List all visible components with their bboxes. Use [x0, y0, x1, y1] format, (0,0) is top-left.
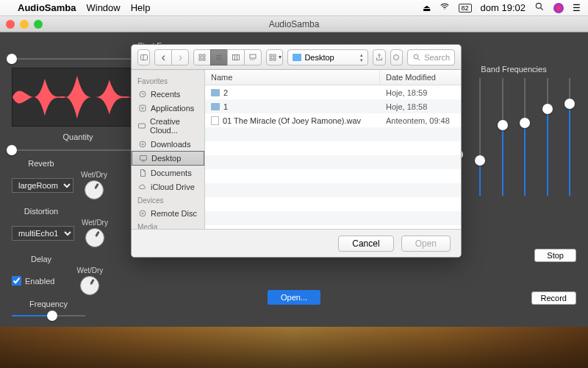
reverb-wetdry-label: Wet/Dry [81, 171, 107, 179]
file-icon [211, 116, 219, 125]
svg-rect-11 [270, 58, 272, 60]
svg-rect-19 [140, 156, 146, 160]
svg-point-20 [140, 210, 146, 216]
share-icon[interactable] [373, 49, 385, 66]
folder-icon [211, 103, 220, 110]
distortion-select[interactable]: multiEcho1 [12, 226, 74, 241]
close-icon[interactable] [6, 20, 15, 29]
svg-point-13 [394, 54, 399, 60]
record-button[interactable]: Record [531, 291, 576, 305]
svg-rect-2 [140, 54, 147, 60]
sidebar-item-label: Applications [151, 104, 194, 113]
search-input[interactable]: Search [407, 49, 455, 66]
file-row[interactable]: 2Hoje, 18:59 [205, 85, 461, 99]
file-row[interactable]: 1Hoje, 18:58 [205, 99, 461, 113]
siri-icon[interactable] [553, 3, 564, 13]
file-modified: Hoje, 18:58 [380, 102, 461, 111]
band-slider-4[interactable] [518, 78, 531, 196]
reverb-label: Reverb [12, 159, 71, 168]
dialog-open-button[interactable]: Open [401, 236, 451, 252]
band-slider-3[interactable] [496, 78, 509, 196]
band-slider-2[interactable] [473, 78, 487, 196]
view-icons[interactable] [193, 49, 211, 66]
sidebar-item-icon [138, 154, 148, 163]
delay-label: Delay [12, 255, 71, 263]
file-name: 1 [223, 102, 228, 111]
distortion-wetdry-knob[interactable] [85, 228, 104, 247]
search-icon[interactable] [534, 1, 545, 14]
reverb-wetdry-knob[interactable] [85, 180, 104, 199]
sidebar-item-icloud-drive[interactable]: iCloud Drive [132, 180, 204, 194]
sidebar-item-recents[interactable]: Recents [132, 87, 204, 101]
sidebar-toggle-icon[interactable] [137, 49, 150, 66]
menu-app[interactable]: AudioSamba [18, 2, 76, 13]
back-button[interactable]: ‹ [154, 49, 172, 66]
empty-row [205, 183, 461, 197]
open-button[interactable]: Open... [268, 290, 320, 305]
quantity-label: Quantity [56, 132, 100, 141]
zoom-icon[interactable] [34, 20, 43, 29]
svg-rect-12 [273, 58, 276, 60]
dialog-toolbar: ‹ › ▾ Desktop▴▾ Search [132, 45, 461, 70]
sidebar-item-remote-disc[interactable]: Remote Disc [132, 206, 204, 220]
svg-rect-8 [250, 54, 256, 58]
sidebar-item-icon [137, 121, 146, 131]
sidebar-item-documents[interactable]: Documents [132, 166, 204, 180]
tags-icon[interactable] [390, 49, 403, 66]
sidebar-item-label: Documents [151, 169, 192, 177]
file-name: 2 [223, 88, 228, 97]
delay-wetdry-knob[interactable] [80, 276, 99, 295]
empty-row [205, 141, 461, 155]
delay-enabled-checkbox[interactable] [12, 276, 21, 286]
svg-point-0 [444, 9, 445, 10]
battery-icon[interactable]: 82 [459, 4, 472, 13]
svg-rect-16 [140, 105, 146, 111]
file-row[interactable]: 01 The Miracle (Of Joey Ramone).wavAnteo… [205, 113, 461, 127]
file-name: 01 The Miracle (Of Joey Ramone).wav [223, 116, 361, 125]
sidebar-item-desktop[interactable]: Desktop [132, 151, 204, 166]
wifi-icon[interactable] [440, 1, 450, 14]
view-columns[interactable] [227, 49, 245, 66]
view-gallery[interactable] [244, 49, 262, 66]
band-slider-6[interactable] [563, 78, 576, 196]
frequency-slider[interactable] [12, 310, 85, 322]
macos-menubar: AudioSamba Window Help ⏏ 82 dom 19:02 ☰ [0, 0, 588, 16]
svg-rect-10 [273, 54, 276, 57]
empty-row [205, 155, 461, 169]
forward-button[interactable]: › [171, 49, 189, 66]
sidebar-item-label: Desktop [151, 154, 181, 163]
group-by-icon[interactable]: ▾ [266, 49, 283, 66]
sidebar-group: Devices [132, 194, 204, 206]
svg-rect-5 [199, 58, 201, 60]
file-list: NameDate Modified 2Hoje, 18:591Hoje, 18:… [205, 70, 461, 229]
sidebar-item-label: Remote Disc [151, 209, 197, 218]
search-placeholder: Search [424, 53, 450, 62]
clock-text[interactable]: dom 19:02 [481, 2, 526, 13]
menu-help[interactable]: Help [131, 2, 151, 13]
sidebar-item-applications[interactable]: Applications [132, 101, 204, 115]
stop-button[interactable]: Stop [534, 249, 576, 262]
window-titlebar[interactable]: AudioSamba [0, 16, 588, 32]
sidebar-item-creative-cloud-[interactable]: Creative Cloud... [132, 115, 204, 137]
sidebar-item-downloads[interactable]: Downloads [132, 137, 204, 151]
col-modified[interactable]: Date Modified [380, 70, 461, 85]
empty-row [205, 169, 461, 183]
menu-window[interactable]: Window [86, 2, 120, 13]
file-modified: Anteontem, 09:48 [380, 116, 461, 125]
location-popup[interactable]: Desktop▴▾ [287, 49, 368, 66]
eject-icon[interactable]: ⏏ [423, 3, 431, 13]
desktop-background [0, 327, 588, 368]
frequency-label: Frequency [12, 300, 85, 308]
sidebar-item-icon [137, 182, 147, 191]
sidebar-item-label: Downloads [151, 140, 190, 149]
band-slider-5[interactable] [541, 78, 554, 196]
col-name[interactable]: Name [205, 70, 380, 85]
reverb-select[interactable]: largeRoom [12, 178, 74, 193]
distortion-label: Distortion [12, 207, 71, 216]
notification-icon[interactable]: ☰ [573, 3, 581, 13]
svg-rect-3 [199, 54, 201, 57]
minimize-icon[interactable] [20, 20, 29, 29]
view-list[interactable] [210, 49, 228, 66]
cancel-button[interactable]: Cancel [338, 236, 393, 252]
dialog-sidebar: FavoritesRecentsApplicationsCreative Clo… [132, 70, 205, 229]
